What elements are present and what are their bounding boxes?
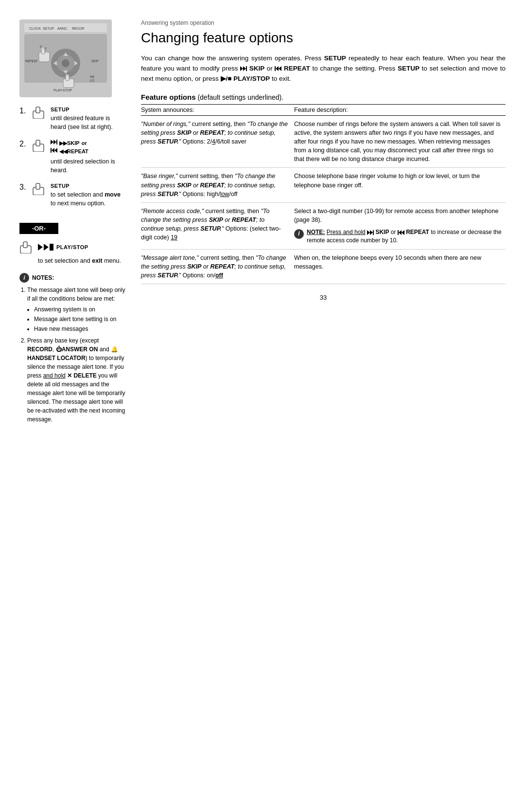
col2-header: Feature description: [294, 104, 506, 115]
svg-marker-51 [370, 230, 373, 235]
table-cell-alert-left: "Message alert tone," current setting, t… [141, 249, 294, 284]
step-2-labels: ▶▶SKIP or [51, 139, 126, 147]
notes-section: i NOTES: The message alert tone will bee… [19, 273, 126, 424]
page-title: Changing feature options [141, 30, 506, 46]
step-3: 3. SETUP to set selection and move to ne… [19, 182, 126, 208]
play-stop-step-icon [19, 241, 35, 253]
svg-rect-39 [51, 148, 52, 153]
option-underline-low: low [220, 191, 229, 198]
svg-point-25 [66, 74, 69, 76]
svg-text:B: B [40, 45, 42, 48]
intro-text: You can change how the answering system … [141, 54, 506, 84]
step-1-label: SETUP [51, 106, 126, 114]
step-3-num: 3. [19, 182, 29, 192]
step-2-repeat-label: ◀◀REPEAT [59, 148, 88, 156]
svg-text:LO: LO [90, 79, 94, 82]
note-1: The message alert tone will beep only if… [27, 286, 126, 333]
svg-text:HA: HA [90, 75, 95, 78]
step-3-desc: to set selection and move to next menu o… [51, 190, 126, 208]
skip-note-icon [367, 229, 375, 235]
and-hold-text: and hold [43, 372, 66, 379]
notes-list: The message alert tone will beep only if… [19, 286, 126, 424]
note-label: NOTE: [307, 229, 325, 235]
option-underline-19: 19 [171, 234, 177, 241]
svg-rect-36 [56, 140, 57, 144]
step-3-icon [32, 182, 48, 195]
stop-rect-icon [50, 244, 53, 251]
svg-rect-55 [398, 230, 399, 235]
step-1-desc: until desired feature is heard (see list… [51, 114, 126, 131]
play-triangle2-icon [44, 244, 49, 251]
or-label: -OR- [19, 223, 58, 234]
play-stop-desc: to set selection and exit menu. [19, 256, 126, 265]
svg-point-12 [62, 59, 70, 67]
svg-marker-53 [402, 230, 404, 235]
table-row: "Number of rings," current setting, then… [141, 115, 506, 168]
or-divider: -OR- [19, 216, 126, 241]
svg-rect-49 [275, 66, 276, 71]
svg-rect-43 [23, 242, 27, 248]
table-cell-remote-right: Select a two-digit number (10-99) for re… [294, 202, 506, 249]
svg-rect-52 [373, 230, 374, 235]
table-cell-ringer-left: "Base ringer," current setting, then "To… [141, 168, 294, 202]
svg-rect-46 [246, 66, 247, 71]
step-1-icon [32, 106, 48, 119]
svg-rect-41 [36, 183, 40, 189]
step-2-num: 2. [19, 139, 29, 148]
step-2-repeat-row: ◀◀REPEAT [51, 147, 126, 156]
svg-rect-33 [36, 140, 40, 146]
option-underline-4: 4 [212, 138, 215, 145]
remote-note-info-icon: i [294, 229, 304, 239]
feature-options-header: Feature options (default settings underl… [141, 93, 506, 101]
feature-options-subheader: (default settings underlined). [197, 93, 283, 101]
step-2: 2. ▶▶SKIP or [19, 139, 126, 175]
step-3-content: SETUP to set selection and move to next … [51, 182, 126, 208]
svg-rect-31 [36, 107, 40, 113]
play-triangle-icon [38, 244, 43, 251]
play-stop-label: PLAY/STOP [56, 244, 88, 250]
svg-text:SKIP: SKIP [91, 59, 99, 63]
step-2-desc: until desired selection is heard. [51, 157, 126, 175]
svg-point-22 [42, 48, 45, 50]
right-column: Answering system operation Changing feat… [141, 19, 506, 793]
table-cell-ringer-right: Choose telephone base ringer volume to h… [294, 168, 506, 202]
svg-text:REPEAT: REPEAT [25, 59, 38, 63]
svg-marker-44 [240, 66, 243, 71]
svg-text:ANNC.: ANNC. [57, 27, 68, 30]
section-label: Answering system operation [141, 19, 506, 26]
svg-text:SETUP: SETUP [43, 27, 54, 30]
svg-marker-47 [279, 66, 281, 71]
note-bullet-1: Answering system is on [34, 305, 126, 314]
step-2-skip-label: ▶▶SKIP [59, 140, 80, 147]
notes-header: i NOTES: [19, 273, 126, 283]
step-2-or: or [82, 140, 87, 147]
note-bullet-3: Have new messages [34, 325, 126, 333]
feature-table: System announces: Feature description: "… [141, 104, 506, 284]
col1-header: System announces: [141, 104, 294, 115]
table-cell-alert-right: When on, the telephone beeps every 10 se… [294, 249, 506, 284]
info-icon: i [19, 273, 29, 283]
svg-marker-37 [54, 148, 57, 153]
svg-marker-38 [52, 148, 54, 153]
svg-text:E: E [45, 47, 47, 50]
remote-main-text: Select a two-digit number (10-99) for re… [294, 208, 498, 223]
table-cell-rings-right: Choose number of rings before the system… [294, 115, 506, 168]
step-3-label: SETUP [51, 182, 126, 190]
svg-marker-54 [399, 230, 402, 235]
step-1: 1. SETUP until desired feature is heard … [19, 106, 126, 131]
step-1-content: SETUP until desired feature is heard (se… [51, 106, 126, 131]
step-1-num: 1. [19, 106, 29, 115]
note-2: Press any base key (except RECORD, ⏻ANSW… [27, 336, 126, 424]
step-2-icon [32, 139, 48, 152]
svg-marker-35 [53, 140, 56, 144]
press-and-hold-remote: Press and hold [327, 229, 366, 235]
table-row: "Message alert tone," current setting, t… [141, 249, 506, 284]
table-row: "Remote access code," current setting, t… [141, 202, 506, 249]
skip-inline-icon [240, 65, 249, 72]
play-stop-icon [38, 244, 53, 251]
play-stop-row: PLAY/STOP [19, 241, 126, 253]
note-1-text: The message alert tone will beep only if… [27, 287, 125, 302]
svg-marker-45 [243, 66, 246, 71]
step-2-content: ▶▶SKIP or ◀◀REPEAT until desired selecti… [51, 139, 126, 175]
note-bullet-2: Message alert tone setting is on [34, 315, 126, 324]
